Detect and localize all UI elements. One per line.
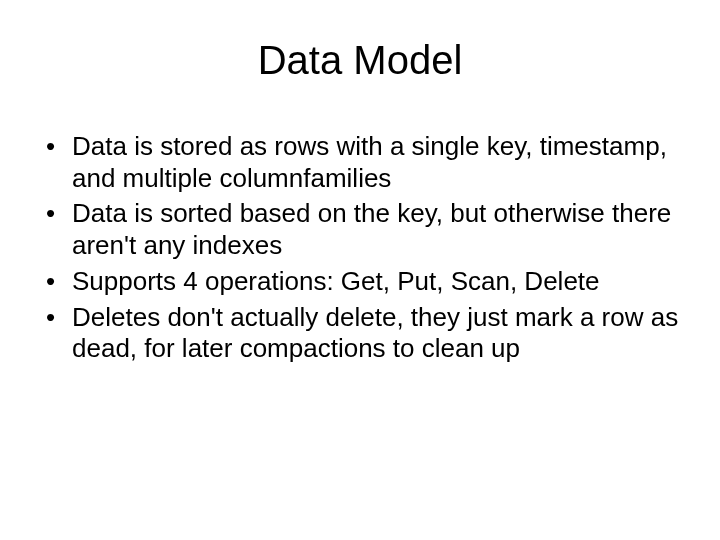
list-item: Data is stored as rows with a single key… — [40, 131, 680, 194]
bullet-list: Data is stored as rows with a single key… — [40, 131, 680, 365]
list-item: Supports 4 operations: Get, Put, Scan, D… — [40, 266, 680, 298]
slide-title: Data Model — [40, 38, 680, 83]
list-item: Deletes don't actually delete, they just… — [40, 302, 680, 365]
list-item: Data is sorted based on the key, but oth… — [40, 198, 680, 261]
